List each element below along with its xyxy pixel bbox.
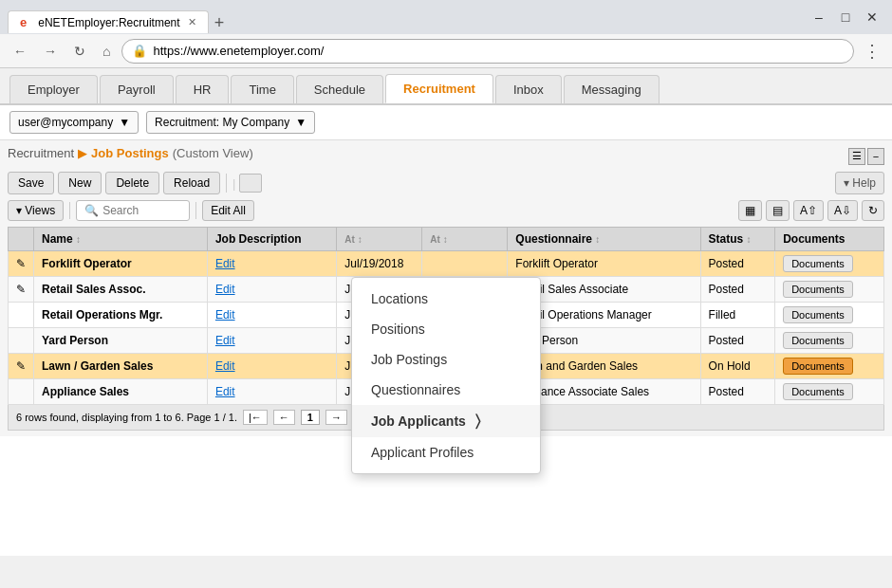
th-questionnaire[interactable]: Questionnaire ↕ (508, 228, 700, 251)
delete-button[interactable]: Delete (105, 172, 159, 194)
font-increase-button[interactable]: A⇧ (793, 200, 824, 221)
prev-page-button[interactable]: ← (273, 410, 295, 425)
tab-close-button[interactable]: ✕ (188, 16, 196, 28)
row-edit-link[interactable]: Edit (215, 308, 235, 322)
row-icon-cell: ✎ (9, 277, 34, 303)
home-button[interactable]: ⌂ (97, 40, 116, 63)
job-applicants-label: Job Applicants (371, 413, 466, 429)
row-status: On Hold (700, 354, 775, 379)
row-status: Posted (700, 251, 775, 277)
row-desc-cell: Edit (207, 303, 336, 328)
tab-hr[interactable]: HR (176, 75, 230, 103)
forward-button[interactable]: → (38, 40, 63, 63)
refresh-icon-button[interactable]: ↻ (862, 200, 884, 221)
edit-pencil-icon[interactable]: ✎ (16, 283, 26, 296)
minimize-button[interactable]: – (807, 5, 831, 29)
row-edit-link[interactable]: Edit (215, 283, 235, 296)
row-name-cell: Forklift Operator (34, 251, 208, 277)
breadcrumb-custom: (Custom View) (173, 146, 253, 160)
row-edit-link[interactable]: Edit (215, 359, 235, 373)
browser-menu-button[interactable]: ⋮ (860, 37, 884, 65)
tab-recruitment[interactable]: Recruitment (385, 74, 493, 103)
documents-button[interactable]: Documents (783, 281, 853, 298)
th-name[interactable]: Name ↕ (34, 228, 208, 251)
back-button[interactable]: ← (8, 40, 32, 63)
th-job-desc[interactable]: Job Description (207, 228, 336, 251)
breadcrumb-home[interactable]: Recruitment (8, 146, 74, 160)
reload-button-app[interactable]: Reload (163, 172, 220, 194)
address-bar[interactable]: 🔒 (121, 39, 854, 64)
documents-button[interactable]: Documents (783, 358, 853, 375)
row-edit-link[interactable]: Edit (215, 257, 235, 270)
toolbar-extra-button[interactable] (239, 174, 262, 193)
reload-button[interactable]: ↻ (68, 40, 91, 63)
row-edit-link[interactable]: Edit (215, 385, 235, 398)
row-status: Posted (700, 328, 775, 354)
edit-all-button[interactable]: Edit All (202, 200, 254, 221)
menu-item-job-applicants[interactable]: Job Applicants 〉 (352, 405, 540, 437)
browser-tab[interactable]: e eNETEmployer:Recruitment ✕ (8, 10, 209, 33)
tab-payroll[interactable]: Payroll (100, 75, 174, 103)
user-dropdown-arrow: ▼ (119, 116, 130, 129)
save-button[interactable]: Save (8, 172, 54, 194)
row-name: Appliance Sales (42, 385, 129, 398)
menu-item-job-postings[interactable]: Job Postings (352, 344, 540, 375)
row-docs: Documents (775, 328, 884, 354)
tab-messaging[interactable]: Messaging (564, 75, 660, 103)
sub-sep-2 (195, 202, 196, 219)
box-minimize-button[interactable]: − (867, 148, 884, 165)
user-dropdown[interactable]: user@mycompany ▼ (9, 111, 139, 134)
row-desc-cell: Edit (207, 277, 336, 303)
row-status: Posted (700, 379, 775, 405)
toolbar-right: ▾ Help (835, 172, 884, 194)
row-icon-cell (9, 379, 34, 405)
first-page-button[interactable]: |← (243, 410, 268, 425)
close-button[interactable]: ✕ (860, 5, 884, 29)
company-dropdown-arrow: ▼ (295, 116, 307, 129)
documents-button[interactable]: Documents (783, 383, 853, 400)
maximize-button[interactable]: □ (833, 5, 858, 29)
tab-logo: e (20, 15, 27, 29)
documents-button[interactable]: Documents (783, 255, 853, 272)
th-status[interactable]: Status ↕ (700, 228, 775, 251)
row-icon-cell (9, 328, 34, 354)
menu-item-locations[interactable]: Locations (352, 284, 540, 314)
th-col4[interactable]: At ↕ (422, 228, 508, 251)
tab-title: eNETEmployer:Recruitment (38, 16, 179, 29)
sub-sep-1 (69, 202, 70, 219)
tab-employer[interactable]: Employer (9, 75, 98, 103)
toolbar: Save New Delete Reload | ▾ Help (8, 172, 884, 194)
menu-item-questionnaires[interactable]: Questionnaires (352, 375, 540, 405)
edit-pencil-icon[interactable]: ✎ (16, 359, 26, 373)
filter-clear-button[interactable]: ▤ (766, 200, 790, 221)
row-name: Yard Person (42, 334, 108, 347)
url-input[interactable] (153, 44, 844, 58)
filter-button[interactable]: ▦ (738, 200, 762, 221)
menu-item-applicant-profiles[interactable]: Applicant Profiles (352, 437, 540, 468)
next-page-button[interactable]: → (325, 410, 347, 425)
new-button[interactable]: New (58, 172, 102, 194)
search-input[interactable] (102, 204, 178, 217)
views-button[interactable]: ▾ Views (8, 200, 64, 221)
box-settings-button[interactable]: ☰ (848, 148, 865, 165)
edit-pencil-icon[interactable]: ✎ (16, 257, 26, 270)
row-edit-link[interactable]: Edit (215, 334, 235, 347)
th-documents: Documents (775, 228, 884, 251)
tab-schedule[interactable]: Schedule (296, 75, 383, 103)
documents-button[interactable]: Documents (783, 332, 853, 349)
sub-toolbar: ▾ Views 🔍 Edit All ▦ ▤ A⇧ A⇩ ↻ (8, 200, 884, 221)
row-name-cell: Retail Sales Assoc. (34, 277, 208, 303)
menu-item-positions[interactable]: Positions (352, 314, 540, 344)
documents-button[interactable]: Documents (783, 306, 853, 323)
th-col3[interactable]: At ↕ (337, 228, 422, 251)
new-tab-button[interactable]: + (211, 13, 229, 33)
row-icon-cell (9, 303, 34, 328)
row-desc-cell: Edit (207, 379, 336, 405)
row-docs: Documents (775, 251, 884, 277)
search-box[interactable]: 🔍 (76, 200, 190, 221)
font-decrease-button[interactable]: A⇩ (827, 200, 858, 221)
tab-time[interactable]: Time (231, 75, 293, 103)
help-button[interactable]: ▾ Help (835, 172, 884, 194)
company-dropdown[interactable]: Recruitment: My Company ▼ (146, 111, 315, 134)
tab-inbox[interactable]: Inbox (495, 75, 562, 103)
